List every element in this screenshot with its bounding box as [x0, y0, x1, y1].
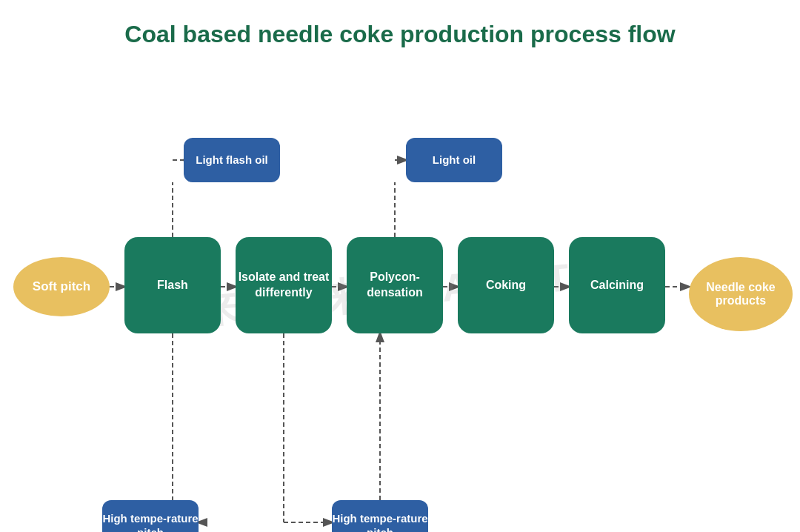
flash-node: Flash — [124, 237, 221, 333]
light-flash-oil-node: Light flash oil — [184, 138, 280, 182]
page-title: Coal based needle coke production proces… — [0, 0, 800, 56]
diagram-container: 来源微来 GRAPHITE Soft pitch Flash Isolate a… — [0, 56, 800, 530]
polycond-node: Polycon-densation — [347, 237, 443, 333]
high-temp-pitch-1-node: High tempe-rature pitch — [102, 500, 199, 532]
calcining-node: Calcining — [569, 237, 665, 333]
coking-node: Coking — [458, 237, 554, 333]
isolate-node: Isolate and treat differently — [236, 237, 332, 333]
needle-coke-node: Needle coke products — [689, 257, 793, 331]
light-oil-node: Light oil — [406, 138, 502, 182]
high-temp-pitch-2-node: High tempe-rature pitch — [332, 500, 428, 532]
soft-pitch-node: Soft pitch — [13, 257, 110, 316]
